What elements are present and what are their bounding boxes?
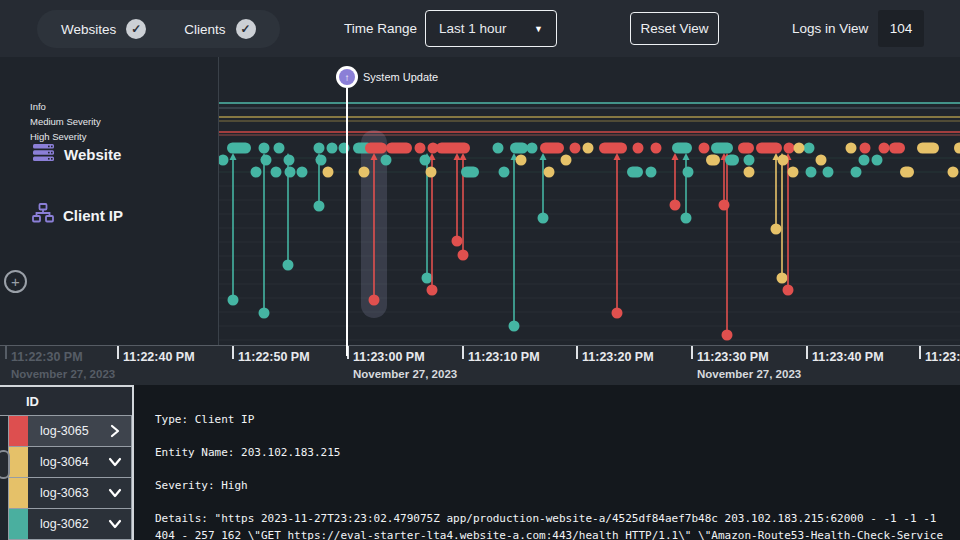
event-marker[interactable] [314,143,325,154]
detail-entity-name: Entity Name: 203.102.183.215 [155,444,947,461]
tick-time-label: 11:22:30 PM [11,350,83,364]
event-marker[interactable] [386,143,412,154]
event-lollipop[interactable] [538,153,549,224]
log-row-log-3062[interactable]: log-3062 [8,508,132,540]
event-marker[interactable] [316,155,327,166]
event-marker[interactable] [261,155,272,166]
client-ip-group[interactable]: Client IP [32,203,123,227]
event-marker[interactable] [860,143,871,154]
event-marker[interactable] [436,143,470,154]
event-marker[interactable] [570,143,581,154]
event-marker[interactable] [561,155,572,166]
event-marker[interactable] [851,167,862,178]
event-marker[interactable] [846,143,857,154]
event-marker[interactable] [784,143,795,154]
chevron-down-icon[interactable] [108,486,122,500]
event-marker[interactable] [778,155,789,166]
event-marker[interactable] [420,155,431,166]
event-marker[interactable] [816,155,827,166]
event-marker[interactable] [285,167,296,178]
event-marker[interactable] [599,143,627,154]
check-circle-icon: ✓ [236,19,256,39]
event-marker[interactable] [461,167,479,178]
event-marker[interactable] [259,143,270,154]
event-marker[interactable] [711,143,733,154]
log-row-log-3063[interactable]: log-3063 [8,477,132,509]
website-group[interactable]: Website [32,143,121,166]
event-marker[interactable] [274,143,285,154]
event-marker[interactable] [284,155,295,166]
event-lollipop[interactable] [259,153,270,319]
event-marker[interactable] [699,143,710,154]
event-marker[interactable] [527,143,538,154]
event-marker[interactable] [948,167,959,178]
time-axis[interactable]: 11:22:30 PMNovember 27, 202311:22:40 PM1… [0,345,960,385]
event-marker[interactable] [583,143,594,154]
event-marker[interactable] [900,167,914,178]
log-row-log-3064[interactable]: log-3064 [8,446,132,478]
event-marker[interactable] [251,167,262,178]
event-marker[interactable] [889,143,905,154]
system-update-marker[interactable]: ↑ [336,66,358,88]
event-marker[interactable] [327,143,338,154]
scrollbar-thumb[interactable] [0,450,10,479]
event-marker[interactable] [227,143,251,154]
event-marker[interactable] [516,155,527,166]
event-marker[interactable] [540,143,564,154]
event-marker[interactable] [683,167,694,178]
event-marker[interactable] [954,143,960,154]
clients-toggle[interactable]: Clients ✓ [184,19,255,39]
event-marker[interactable] [323,167,334,178]
event-lollipop[interactable] [777,153,788,284]
websites-toggle[interactable]: Websites ✓ [61,19,146,39]
event-marker[interactable] [788,167,799,178]
event-marker[interactable] [365,143,387,154]
chevron-right-icon[interactable] [108,424,122,438]
event-lollipop[interactable] [771,153,782,235]
event-lollipop[interactable] [670,153,681,211]
event-marker[interactable] [859,155,870,166]
event-lollipop[interactable] [612,153,623,319]
event-marker[interactable] [415,143,426,154]
event-marker[interactable] [651,143,662,154]
event-marker[interactable] [879,143,890,154]
event-marker[interactable] [744,167,755,178]
chevron-down-icon[interactable] [108,455,122,469]
event-marker[interactable] [510,143,528,154]
zoom-in-button[interactable]: + [4,270,27,293]
event-marker[interactable] [756,143,782,154]
log-row-log-3065[interactable]: log-3065 [8,415,132,447]
event-marker[interactable] [627,167,643,178]
event-marker[interactable] [744,155,755,166]
reset-view-button[interactable]: Reset View [630,12,719,45]
tick-time-label: 11:23:50 PM [925,350,960,364]
event-marker[interactable] [706,155,720,166]
event-marker[interactable] [359,167,370,178]
event-marker[interactable] [725,155,739,166]
event-marker[interactable] [426,167,437,178]
event-marker[interactable] [917,143,939,154]
event-lollipop[interactable] [681,153,692,224]
event-marker[interactable] [794,143,805,154]
event-marker[interactable] [381,155,392,166]
event-marker[interactable] [499,167,510,178]
event-marker[interactable] [544,167,555,178]
event-marker[interactable] [804,143,815,154]
event-marker[interactable] [823,167,834,178]
event-marker[interactable] [806,167,817,178]
event-marker[interactable] [297,167,308,178]
event-timeline-chart[interactable] [218,57,960,345]
event-lollipop[interactable] [228,153,239,306]
event-marker[interactable] [219,155,229,166]
event-marker[interactable] [633,143,644,154]
event-marker[interactable] [646,167,657,178]
time-range-value: Last 1 hour [439,21,507,36]
timeline-area: Info Medium Severity High Severity Websi… [0,57,960,345]
event-marker[interactable] [271,167,282,178]
chevron-down-icon[interactable] [108,517,122,531]
time-range-select[interactable]: Last 1 hour ▼ [425,10,557,47]
event-marker[interactable] [493,143,504,154]
event-marker[interactable] [738,143,754,154]
event-marker[interactable] [672,143,692,154]
event-marker[interactable] [872,155,883,166]
